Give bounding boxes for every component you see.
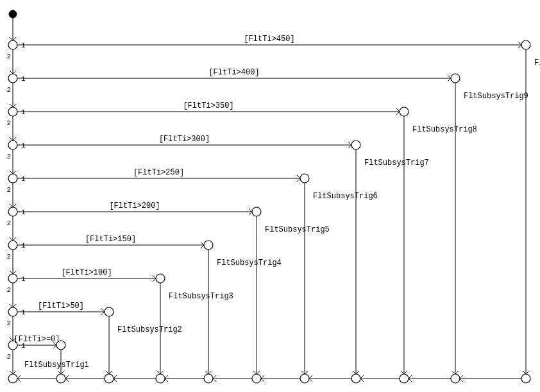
bottom-junction-1 [451,374,460,383]
target-node-7 [156,274,165,283]
trigger-label-7: FltSubsysTrig3 [169,292,233,301]
decision-node-1 [8,74,17,83]
edge-priority-1-2: 1 [21,108,26,116]
bottom-junction-4 [300,374,309,383]
edge-priority-2-8: 2 [6,320,11,327]
edge-priority-2-5: 2 [6,219,11,227]
target-node-4 [300,174,309,183]
guard-label-3: [FltTi>300] [159,135,210,144]
trigger-label-6: FltSubsysTrig4 [217,259,282,268]
trigger-label-5: FltSubsysTrig5 [265,225,330,234]
guard-label-1: [FltTi>400] [208,68,259,77]
bottom-junction-3 [351,374,360,383]
guard-label-0: [FltTi>450] [244,35,294,44]
edge-priority-1-0: 1 [21,42,26,49]
edge-priority-2-9: 2 [6,353,11,361]
guard-label-4: [FltTi>250] [133,168,184,177]
edge-priority-2-2: 2 [6,119,11,127]
decision-node-4 [8,174,17,183]
decision-node-7 [8,274,17,283]
trigger-label-3: FltSubsysTrig7 [364,158,429,167]
bottom-junction-9 [56,374,65,383]
stateflow-diagram: 1[FltTi>450]FltSubsysTrig1021[FltTi>400]… [0,0,540,392]
decision-node-5 [8,207,17,216]
initial-state [9,10,17,18]
edge-priority-1-8: 1 [21,309,26,316]
trigger-label-9: FltSubsysTrig1 [24,361,89,370]
trigger-label-8: FltSubsysTrig2 [117,325,182,334]
target-node-5 [252,207,261,216]
edge-priority-2-6: 2 [6,253,11,260]
bottom-junction-8 [105,374,114,383]
target-node-1 [451,74,460,83]
guard-label-9: [FltTi>=0] [13,335,60,344]
bottom-junction-7 [156,374,165,383]
trigger-label-0: FltSubsysTrig10 [534,58,540,67]
guard-label-5: [FltTi>200] [109,201,160,210]
guard-label-8: [FltTi>50] [38,302,84,311]
bottom-junction-2 [400,374,409,383]
decision-node-8 [8,307,17,316]
edge-priority-2-7: 2 [6,286,11,294]
edge-priority-2-4: 2 [6,186,11,194]
edge-priority-1-6: 1 [21,242,26,250]
trigger-label-2: FltSubsysTrig8 [412,125,477,134]
edge-priority-1-4: 1 [21,175,26,183]
decision-node-0 [8,40,17,49]
guard-label-6: [FltTi>150] [85,235,136,244]
edge-priority-1-7: 1 [21,275,26,283]
edge-priority-2-1: 2 [6,86,11,94]
target-node-8 [105,307,114,316]
edge-priority-1-1: 1 [21,75,26,83]
edge-priority-1-3: 1 [21,142,26,149]
guard-label-7: [FltTi>100] [61,268,112,277]
target-node-3 [351,141,360,149]
target-node-6 [204,241,213,250]
decision-node-6 [8,241,17,250]
edge-priority-2-0: 2 [6,53,11,60]
decision-node-2 [8,107,17,116]
trigger-label-4: FltSubsysTrig6 [313,192,378,201]
bottom-junction-0 [521,374,530,383]
target-node-9 [56,341,65,350]
edge-priority-2-3: 2 [6,153,11,160]
edge-priority-1-5: 1 [21,209,26,216]
bottom-junction-5 [252,374,261,383]
guard-label-2: [FltTi>350] [183,101,233,110]
target-node-0 [521,40,530,49]
bottom-junction-6 [204,374,213,383]
target-node-2 [400,107,409,116]
bottom-junction-left [8,374,17,383]
decision-node-3 [8,141,17,149]
trigger-label-1: FltSubsysTrig9 [464,92,528,101]
